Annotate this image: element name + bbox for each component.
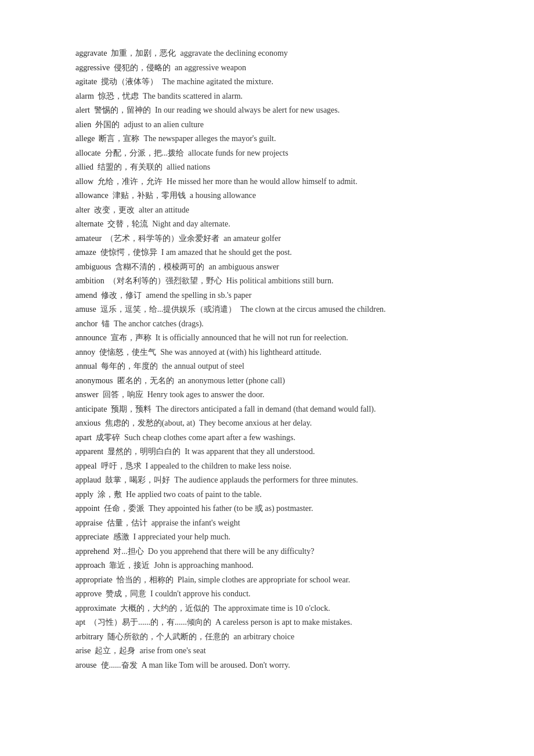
vocabulary-list: aggravate 加重，加剧，恶化 aggravate the declini…: [75, 46, 459, 672]
list-item: amend 修改，修订 amend the spelling in sb.'s …: [75, 289, 459, 303]
entry-word: allowance: [75, 191, 109, 200]
entry-example: They become anxious at her delay.: [199, 419, 312, 427]
entry-definition: 使......奋发: [97, 661, 142, 669]
list-item: aggravate 加重，加剧，恶化 aggravate the declini…: [75, 46, 459, 61]
entry-definition: 分配，分派，把...拨给: [101, 149, 189, 157]
entry-example: Night and day alternate.: [152, 219, 230, 228]
entry-definition: 加重，加剧，恶化: [107, 49, 180, 57]
entry-word: alert: [75, 106, 90, 114]
entry-word: apt: [75, 618, 85, 627]
entry-word: allied: [75, 163, 93, 171]
entry-definition: 津贴，补贴，零用钱: [109, 191, 190, 200]
entry-definition: 每年的，年度的: [97, 362, 162, 370]
entry-example: His political ambitions still burn.: [226, 276, 334, 285]
entry-example: The bandits scattered in alarm.: [143, 92, 243, 100]
entry-example: allocate funds for new projects: [188, 149, 288, 157]
entry-word: allocate: [75, 149, 101, 157]
entry-example: an ambiguous answer: [208, 262, 279, 271]
entry-word: ambiguous: [75, 262, 111, 271]
list-item: alarm 惊恐，忧虑 The bandits scattered in ala…: [75, 89, 459, 104]
entry-definition: 回答，响应: [99, 390, 147, 399]
entry-example: He applied two coats of paint to the tab…: [126, 490, 262, 499]
entry-example: The newspaper alleges the mayor's guilt.: [143, 134, 276, 143]
entry-definition: 涂，敷: [93, 490, 126, 499]
entry-definition: 估量，估计: [103, 519, 151, 527]
entry-example: an aggressive weapon: [175, 63, 246, 72]
entry-word: annoy: [75, 348, 95, 357]
entry-definition: 断言，宣称: [95, 134, 143, 143]
list-item: annual 每年的，年度的 the annual output of stee…: [75, 359, 459, 374]
entry-example: an amateur golfer: [223, 234, 281, 243]
list-item: apparent 显然的，明明白白的 It was apparent that …: [75, 445, 459, 459]
entry-word: amend: [75, 291, 97, 300]
list-item: apply 涂，敷 He applied two coats of paint …: [75, 488, 459, 502]
entry-word: appeal: [75, 462, 97, 470]
entry-example: allied nations: [167, 163, 210, 171]
entry-word: apply: [75, 490, 93, 499]
entry-definition: 显然的，明明白白的: [103, 447, 185, 456]
entry-word: arbitrary: [75, 632, 103, 641]
entry-word: apart: [75, 433, 92, 442]
entry-definition: 焦虑的，发愁的(about, at): [101, 419, 200, 427]
list-item: anchor 锚 The anchor catches (drags).: [75, 317, 459, 332]
list-item: answer 回答，响应 Henry took ages to answer t…: [75, 388, 459, 402]
entry-word: amaze: [75, 248, 96, 257]
list-item: amaze 使惊愕，使惊异 I am amazed that he should…: [75, 246, 459, 260]
entry-word: alarm: [75, 92, 94, 100]
list-item: announce 宣布，声称 It is officially announce…: [75, 331, 459, 345]
entry-definition: 改变，更改: [90, 206, 139, 214]
entry-example: amend the spelling in sb.'s paper: [146, 291, 251, 300]
entry-word: allow: [75, 177, 93, 186]
entry-word: answer: [75, 390, 99, 399]
entry-example: appraise the infant's weight: [151, 519, 240, 527]
entry-word: apparent: [75, 447, 103, 456]
entry-definition: 大概的，大约的，近似的: [116, 604, 214, 613]
entry-example: They appointed his father (to be 或 as) p…: [149, 504, 313, 513]
entry-definition: 成零碎: [92, 433, 124, 442]
list-item: ambiguous 含糊不清的，模棱两可的 an ambiguous answe…: [75, 260, 459, 275]
entry-word: annual: [75, 362, 97, 370]
entry-definition: 起立，起身: [91, 646, 139, 655]
entry-example: a housing allowance: [190, 191, 256, 200]
entry-example: The audience applauds the performers for…: [174, 476, 358, 484]
entry-word: approach: [75, 561, 105, 570]
list-item: allocate 分配，分派，把...拨给 allocate funds for…: [75, 146, 459, 161]
list-item: approve 赞成，同意 I couldn't approve his con…: [75, 587, 459, 602]
list-item: arouse 使......奋发 A man like Tom will be …: [75, 658, 459, 673]
entry-word: alien: [75, 120, 91, 129]
entry-definition: 交替，轮流: [103, 219, 152, 228]
entry-example: arise from one's seat: [139, 646, 205, 655]
list-item: anticipate 预期，预料 The directors anticipat…: [75, 402, 459, 417]
list-item: anxious 焦虑的，发愁的(about, at) They become a…: [75, 416, 459, 431]
entry-definition: 宣布，声称: [107, 333, 156, 342]
list-item: apprehend 对...担心 Do you apprehend that t…: [75, 545, 459, 559]
entry-word: amateur: [75, 234, 102, 243]
entry-word: appoint: [75, 504, 100, 513]
entry-definition: 呼吁，恳求: [97, 462, 146, 470]
entry-example: aggravate the declining economy: [180, 49, 287, 57]
entry-example: A careless person is apt to make mistake…: [215, 618, 352, 627]
list-item: amuse 逗乐，逗笑，给...提供娱乐（或消遣） The clown at t…: [75, 303, 459, 317]
entry-definition: 惊恐，忧虑: [94, 92, 143, 100]
entry-example: The directors anticipated a fall in dema…: [156, 405, 376, 413]
entry-example: Such cheap clothes come apart after a fe…: [124, 433, 295, 442]
list-item: allied 结盟的，有关联的 allied nations: [75, 160, 459, 175]
entry-word: alternate: [75, 219, 103, 228]
entry-definition: 外国的: [91, 120, 124, 129]
entry-word: announce: [75, 333, 107, 342]
entry-example: The clown at the circus amused the child…: [240, 305, 385, 314]
entry-definition: 使恼怒，使生气: [95, 348, 160, 357]
entry-definition: 赞成，同意: [102, 589, 150, 598]
entry-definition: 允给，准许，允许: [93, 177, 167, 186]
entry-example: I appreciated your help much.: [134, 532, 231, 541]
entry-word: amuse: [75, 305, 96, 314]
entry-word: anticipate: [75, 405, 107, 413]
entry-example: I am amazed that he should get the post.: [161, 248, 292, 257]
entry-word: agitate: [75, 77, 97, 86]
entry-example: Do you apprehend that there will be any …: [148, 547, 315, 556]
list-item: amateur （艺术，科学等的）业余爱好者 an amateur golfer: [75, 232, 459, 246]
list-item: allowance 津贴，补贴，零用钱 a housing allowance: [75, 189, 459, 203]
entry-definition: 侵犯的，侵略的: [110, 63, 175, 72]
entry-word: apprehend: [75, 547, 109, 556]
list-item: approach 靠近，接近 John is approaching manho…: [75, 559, 459, 573]
